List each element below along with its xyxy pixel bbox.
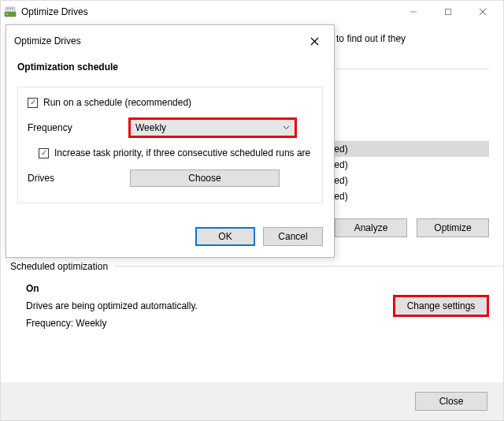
frequency-select-highlight: Weekly [130,119,295,136]
schedule-frequency: Frequency: Weekly [26,318,395,329]
run-schedule-label: Run on a schedule (recommended) [43,97,191,108]
analyze-button[interactable]: Analyze [335,218,407,237]
checkbox-checked-icon: ✓ [39,148,49,158]
dialog-close-button[interactable] [302,32,326,50]
change-settings-button[interactable]: Change settings [395,296,487,315]
svg-rect-7 [446,9,451,15]
drive-optimize-icon [4,6,17,18]
chevron-down-icon [283,125,290,130]
svg-rect-0 [5,12,16,17]
svg-rect-5 [12,9,13,9]
svg-rect-2 [6,7,15,12]
dialog-actions: OK Cancel [6,214,334,257]
schedule-form: ✓ Run on a schedule (recommended) Freque… [17,87,323,203]
dialog-heading: Optimization schedule [17,61,323,73]
main-title: Optimize Drives [21,6,396,17]
checkbox-checked-icon: ✓ [28,98,38,108]
svg-point-1 [6,13,8,15]
svg-rect-4 [9,9,11,9]
cancel-button[interactable]: Cancel [263,227,323,246]
frequency-value: Weekly [135,122,166,133]
main-titlebar: Optimize Drives [1,1,503,23]
close-button[interactable]: Close [415,392,487,411]
maximize-button[interactable] [431,1,465,23]
run-schedule-checkbox[interactable]: ✓ Run on a schedule (recommended) [28,97,313,108]
dialog-titlebar: Optimize Drives [6,25,334,54]
drives-row: Drives Choose [28,170,313,187]
minimize-button[interactable] [396,1,431,23]
dialog-title: Optimize Drives [14,35,302,47]
drives-label: Drives [28,173,130,184]
footer-bar: Close [1,382,503,420]
schedule-status: On [26,283,395,294]
frequency-label: Frequency [28,122,130,133]
close-main-button[interactable] [465,1,500,23]
scheduled-optimization-heading: Scheduled optimization [10,261,503,272]
choose-drives-button[interactable]: Choose [130,170,280,187]
schedule-description: Drives are being optimized automatically… [26,300,395,311]
ok-button[interactable]: OK [195,227,255,246]
optimize-button[interactable]: Optimize [417,218,489,237]
increase-priority-label: Increase task priority, if three consecu… [54,147,313,158]
dialog-body: Optimization schedule ✓ Run on a schedul… [6,54,334,214]
increase-priority-checkbox[interactable]: ✓ Increase task priority, if three conse… [39,147,313,158]
frequency-select[interactable]: Weekly [130,119,295,136]
svg-rect-3 [7,9,9,9]
frequency-row: Frequency Weekly [28,119,313,136]
scheduled-optimization-body: On Drives are being optimized automatica… [1,283,503,329]
schedule-dialog: Optimize Drives Optimization schedule ✓ … [6,24,335,258]
